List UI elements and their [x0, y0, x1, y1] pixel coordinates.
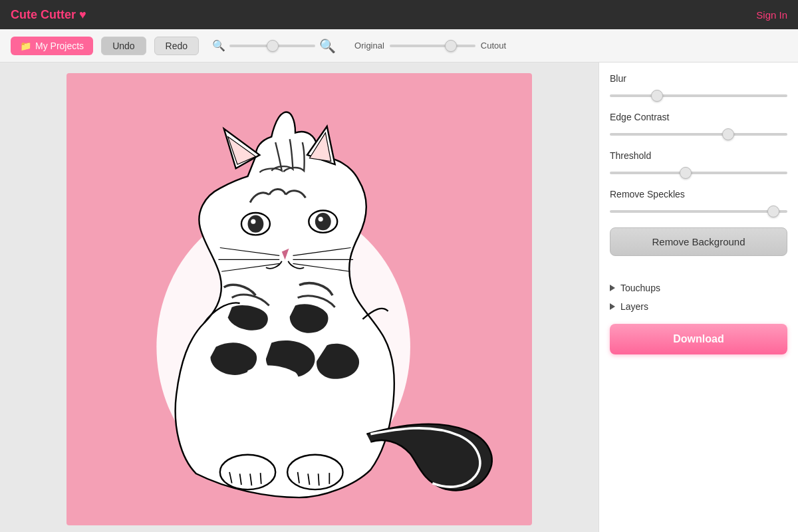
original-label: Original [354, 41, 384, 51]
blur-slider[interactable] [610, 94, 787, 97]
cat-image [93, 93, 505, 505]
edge-contrast-label: Edge Contrast [610, 112, 787, 122]
blur-label: Blur [610, 73, 787, 84]
remove-speckles-slider[interactable] [610, 210, 787, 213]
svg-point-2 [248, 215, 264, 233]
my-projects-button[interactable]: 📁 My Projects [11, 37, 93, 55]
zoom-controls: 🔍 🔍 [212, 38, 336, 54]
touchups-triangle-icon [610, 285, 615, 291]
remove-speckles-section: Remove Speckles [610, 189, 787, 215]
zoom-slider[interactable] [229, 45, 315, 47]
threshold-section: Threshold [610, 150, 787, 177]
image-container [66, 73, 532, 525]
app-title-text: Cute Cutter [11, 8, 76, 21]
threshold-label: Threshold [610, 150, 787, 161]
toolbar: 📁 My Projects Undo Redo 🔍 🔍 Original Cut… [0, 29, 798, 63]
heart-icon: ♥ [79, 8, 86, 21]
download-button[interactable]: Download [610, 324, 787, 354]
edge-contrast-section: Edge Contrast [610, 112, 787, 138]
threshold-slider[interactable] [610, 172, 787, 174]
svg-point-14 [287, 455, 342, 489]
cutout-label: Cutout [481, 41, 506, 51]
main-layout: Blur Edge Contrast Threshold Remove Spec… [0, 63, 798, 532]
topbar: Cute Cutter ♥ Sign In [0, 0, 798, 29]
folder-icon: 📁 [20, 41, 31, 51]
layers-section[interactable]: Layers [610, 297, 787, 316]
remove-background-button[interactable]: Remove Background [610, 227, 787, 256]
touchups-label: Touchups [620, 283, 660, 293]
my-projects-label: My Projects [35, 41, 84, 51]
redo-button[interactable]: Redo [154, 37, 199, 55]
svg-point-3 [251, 219, 255, 224]
app-title: Cute Cutter ♥ [11, 8, 86, 22]
undo-button[interactable]: Undo [101, 37, 146, 55]
blur-section: Blur [610, 73, 787, 100]
right-panel: Blur Edge Contrast Threshold Remove Spec… [598, 63, 798, 532]
sign-in-button[interactable]: Sign In [756, 9, 787, 21]
touchups-section[interactable]: Touchups [610, 279, 787, 297]
canvas-area [0, 63, 598, 532]
svg-point-6 [319, 217, 323, 221]
zoom-in-icon: 🔍 [319, 38, 336, 54]
svg-point-5 [315, 213, 331, 230]
remove-bg-section: Remove Background [610, 227, 787, 267]
layers-triangle-icon [610, 303, 615, 310]
layers-label: Layers [620, 301, 648, 312]
zoom-out-icon: 🔍 [212, 39, 225, 52]
svg-point-13 [220, 455, 275, 489]
remove-speckles-label: Remove Speckles [610, 189, 787, 200]
edge-contrast-slider[interactable] [610, 133, 787, 136]
view-slider[interactable] [390, 45, 475, 47]
view-toggle: Original Cutout [354, 41, 506, 51]
